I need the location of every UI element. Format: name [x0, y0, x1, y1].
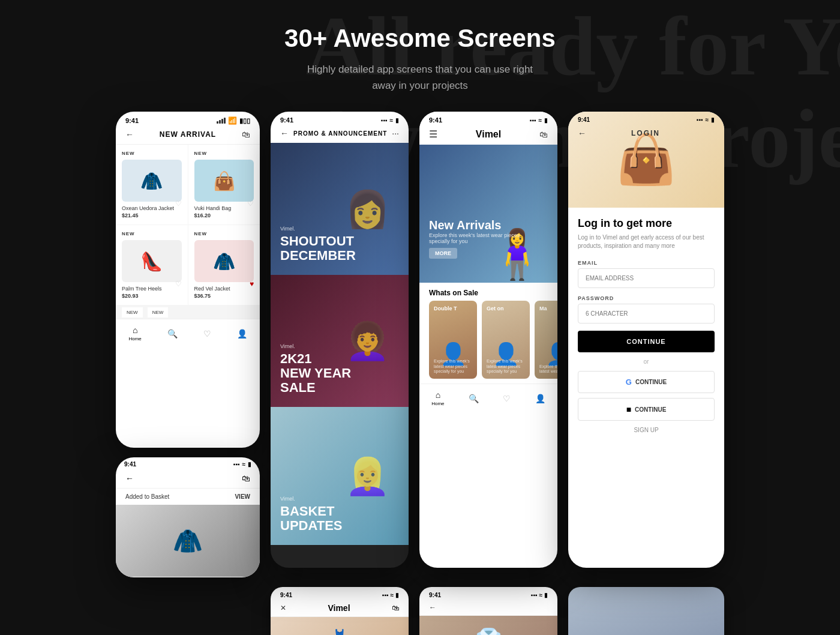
back-icon[interactable]: ←: [125, 474, 134, 483]
phone-vimel: 9:41 ▪▪▪≈▮ ☰ Vimel 🛍 🧍‍♀️ New Arrivals E…: [419, 112, 557, 568]
phone-nav: ← NEW ARRIVAL 🛍: [116, 127, 260, 145]
vimel-nav-home[interactable]: ⌂ Home: [431, 390, 444, 406]
basket-product-image: 🧥: [116, 505, 260, 577]
nav-search[interactable]: 🔍: [167, 329, 178, 339]
apple-continue-button[interactable]: ■ CONTINUE: [578, 398, 715, 421]
bottom-phones-row: 9:41 ▪▪▪≈▮ ✕ Vimel 🛍 👗 9:41 ▪▪▪≈▮ ← 👔 👩‍…: [0, 587, 840, 635]
cart-icon[interactable]: 🛍: [242, 130, 250, 139]
vimel-nav: ☰ Vimel 🛍: [419, 126, 557, 145]
login-hero: 9:41 ▪▪▪≈▮ ← LOGIN 👜: [568, 112, 724, 208]
whats-on-sale-label: Whats on Sale: [419, 283, 557, 301]
screens-row: 9:41 📶 ▮▯▯ ← NEW ARRIVAL: [0, 112, 840, 577]
login-body: Log in to get more Log in to Vimel and g…: [568, 208, 724, 448]
heart-icon-4[interactable]: ♥: [250, 280, 254, 288]
bottom-middle-back[interactable]: ←: [429, 603, 436, 612]
page-subtitle: Highly detailed app screens that you can…: [0, 61, 840, 94]
signup-link[interactable]: SIGN UP: [578, 427, 715, 433]
vimel-nav-search[interactable]: 🔍: [469, 393, 479, 404]
vimel-logo-bottom: Vimel: [328, 603, 350, 613]
promo-back-icon[interactable]: ←: [280, 128, 289, 138]
promo-text-3: Vimel. BASKETUPDATES: [280, 496, 343, 533]
vimel-hero-person: 🧍‍♀️: [482, 151, 551, 283]
promo-dots-icon[interactable]: ···: [392, 128, 399, 138]
home-icon: ⌂: [133, 325, 137, 335]
promo-status-bar: 9:41 ▪▪▪≈▮: [271, 112, 409, 126]
phone-bottom-middle: 9:41 ▪▪▪≈▮ ← 👔: [419, 587, 557, 635]
home-icon: ⌂: [436, 390, 440, 400]
nav-title: NEW ARRIVAL: [160, 130, 216, 139]
heart-icon-3[interactable]: ♡: [175, 280, 182, 288]
vimel-cart-icon[interactable]: 🛍: [539, 130, 548, 139]
vimel-menu-icon[interactable]: ☰: [429, 128, 437, 140]
vimel-nav-profile[interactable]: 👤: [535, 393, 545, 404]
left-col: 9:41 📶 ▮▯▯ ← NEW ARRIVAL: [116, 112, 260, 577]
apple-icon: ■: [626, 405, 631, 414]
status-icons: 📶 ▮▯▯: [217, 116, 250, 125]
password-label: PASSWORD: [578, 295, 715, 301]
product-card-1[interactable]: NEW 🧥 ♡ Oxean Uedora Jacket $21.45: [116, 145, 188, 224]
back-icon[interactable]: ←: [125, 130, 134, 139]
heart-icon[interactable]: ♡: [175, 199, 182, 208]
sale-person-3: 👤: [535, 342, 557, 367]
heart-icon-2[interactable]: ♡: [247, 199, 254, 208]
profile-icon: 👤: [237, 329, 247, 339]
signal-icon: ▪▪▪: [233, 461, 240, 468]
vimel-nav-wishlist[interactable]: ♡: [503, 393, 511, 404]
basket-status-bar: 9:41 ▪▪▪ ≈ ▮: [116, 457, 260, 469]
page-title: 30+ Awesome Screens: [0, 24, 840, 53]
continue-button[interactable]: CONTINUE: [578, 331, 715, 352]
bottom-left-cart[interactable]: 🛍: [392, 604, 399, 612]
phone-login: 9:41 ▪▪▪≈▮ ← LOGIN 👜 Log in to get more …: [568, 112, 724, 568]
google-icon: G: [626, 378, 632, 387]
sale-card-2[interactable]: Get on 👤 Explore this week's latest wear…: [482, 301, 530, 379]
email-field[interactable]: [578, 268, 715, 288]
status-bar: 9:41 📶 ▮▯▯: [116, 112, 260, 127]
basket-notification: Added to Basket VIEW: [116, 488, 260, 505]
promo-section-2: 👩‍🦱 Vimel. 2K21NEW YEARSALE: [271, 275, 409, 407]
google-continue-button[interactable]: G CONTINUE: [578, 371, 715, 393]
product-card-2[interactable]: NEW 👜 ♡ Vuki Handi Bag $16.20: [188, 145, 260, 224]
login-header-title: LOGIN: [631, 129, 660, 137]
vimel-bottom-nav: ⌂ Home 🔍 ♡ 👤: [419, 384, 557, 410]
or-divider: or: [578, 358, 715, 365]
product-img-bag: 👜: [194, 160, 254, 202]
product-img-jacket-red: 🧥: [194, 240, 254, 282]
page-header: 30+ Awesome Screens Highly detailed app …: [0, 0, 840, 112]
basket-header: ← 🛍: [116, 469, 260, 488]
product-card-3[interactable]: NEW 👠 ♡ Palm Tree Heels $20.93: [116, 225, 188, 305]
nav-profile[interactable]: 👤: [237, 329, 247, 339]
signal-icon: [217, 118, 226, 124]
sale-card-3[interactable]: Ma 👤 Explore this week's latest wear pie…: [535, 301, 557, 379]
bottom-nav: ⌂ Home 🔍 ♡ 👤: [116, 319, 260, 345]
product-img-jacket: 🧥: [122, 160, 182, 202]
phone-basket: 9:41 ▪▪▪ ≈ ▮ ← 🛍 Added to Basket VIEW: [116, 457, 260, 577]
search-icon: 🔍: [469, 394, 479, 403]
login-status-bar: 9:41 ▪▪▪≈▮: [578, 116, 715, 123]
sale-card-1[interactable]: Double T 👤 Explore this week's latest we…: [429, 301, 477, 379]
wifi-icon: ≈: [242, 461, 246, 468]
nav-home[interactable]: ⌂ Home: [128, 325, 141, 342]
phone-new-arrival: 9:41 📶 ▮▯▯ ← NEW ARRIVAL: [116, 112, 260, 448]
login-description: Log in to Vimel and get early access of …: [578, 233, 715, 250]
bottom-middle-image: 👔: [419, 616, 557, 635]
product-img-heels: 👠: [122, 240, 182, 282]
sale-cards: Double T 👤 Explore this week's latest we…: [419, 301, 557, 379]
promo-nav: ← PROMO & ANNOUNCEMENT ···: [271, 126, 409, 143]
product-card-4[interactable]: NEW 🧥 ♥ Red Vel Jacket $36.75: [188, 225, 260, 305]
more-button[interactable]: MORE: [429, 248, 457, 259]
vimel-hero-text: New Arrivals Explore this week's latest …: [429, 218, 520, 259]
promo-text-1: Vimel. SHOUTOUTDECEMBER: [280, 226, 356, 263]
promo-section-3: 👱‍♀️ Vimel. BASKETUPDATES: [271, 407, 409, 545]
nav-wishlist[interactable]: ♡: [203, 329, 211, 339]
battery-icon: ▮: [248, 461, 251, 468]
bag-image: 👜: [616, 131, 676, 188]
cart-icon[interactable]: 🛍: [242, 474, 250, 483]
password-field[interactable]: [578, 304, 715, 324]
login-back-icon[interactable]: ←: [578, 128, 586, 138]
profile-icon: 👤: [535, 394, 545, 403]
vimel-hero: 🧍‍♀️ New Arrivals Explore this week's la…: [419, 145, 557, 283]
vimel-logo: Vimel: [476, 129, 501, 140]
bottom-left-back[interactable]: ✕: [280, 604, 286, 612]
phone-bottom-right-person: 👩‍🦱: [568, 587, 724, 635]
promo-section-1: 👩 Vimel. SHOUTOUTDECEMBER: [271, 143, 409, 275]
